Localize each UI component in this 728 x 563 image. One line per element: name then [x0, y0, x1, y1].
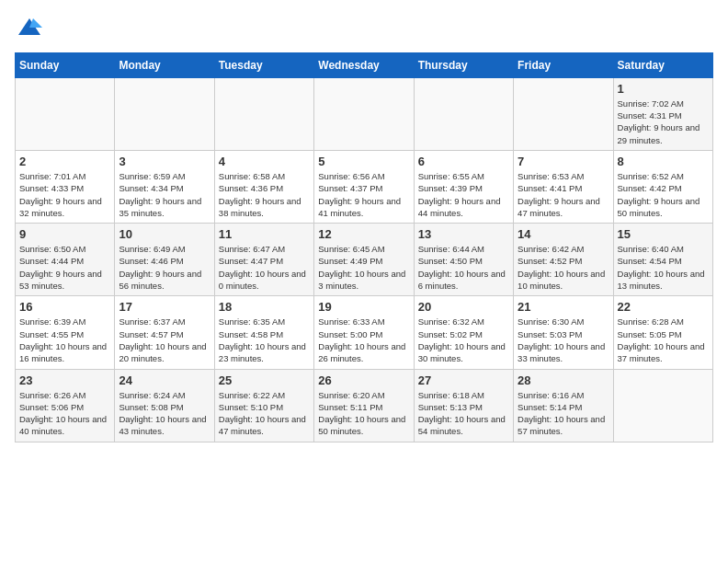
day-number: 25 [219, 373, 310, 387]
day-info: Sunrise: 6:18 AM Sunset: 5:13 PM Dayligh… [418, 389, 509, 438]
calendar-cell: 16Sunrise: 6:39 AM Sunset: 4:55 PM Dayli… [16, 296, 115, 369]
calendar-cell: 20Sunrise: 6:32 AM Sunset: 5:02 PM Dayli… [414, 296, 513, 369]
day-number: 22 [618, 300, 709, 314]
calendar-cell: 9Sunrise: 6:50 AM Sunset: 4:44 PM Daylig… [16, 224, 115, 296]
calendar-header-row: SundayMondayTuesdayWednesdayThursdayFrid… [16, 52, 713, 77]
day-number: 27 [418, 373, 509, 387]
day-info: Sunrise: 6:58 AM Sunset: 4:36 PM Dayligh… [219, 170, 310, 219]
day-info: Sunrise: 6:26 AM Sunset: 5:06 PM Dayligh… [19, 389, 110, 438]
column-header-saturday: Saturday [613, 52, 712, 77]
column-header-friday: Friday [514, 52, 613, 77]
day-info: Sunrise: 6:44 AM Sunset: 4:50 PM Dayligh… [418, 243, 509, 292]
calendar-cell [214, 77, 313, 150]
day-info: Sunrise: 6:45 AM Sunset: 4:49 PM Dayligh… [318, 243, 409, 292]
day-number: 9 [19, 227, 110, 241]
day-info: Sunrise: 6:30 AM Sunset: 5:03 PM Dayligh… [518, 316, 609, 364]
day-info: Sunrise: 7:01 AM Sunset: 4:33 PM Dayligh… [19, 170, 110, 219]
calendar-cell: 17Sunrise: 6:37 AM Sunset: 4:57 PM Dayli… [115, 296, 214, 369]
calendar-cell: 21Sunrise: 6:30 AM Sunset: 5:03 PM Dayli… [514, 296, 613, 369]
day-info: Sunrise: 6:47 AM Sunset: 4:47 PM Dayligh… [219, 243, 310, 292]
calendar-cell: 23Sunrise: 6:26 AM Sunset: 5:06 PM Dayli… [16, 369, 115, 442]
calendar-week-1: 1Sunrise: 7:02 AM Sunset: 4:31 PM Daylig… [16, 77, 713, 150]
day-info: Sunrise: 6:33 AM Sunset: 5:00 PM Dayligh… [318, 316, 409, 364]
calendar-cell [613, 369, 712, 442]
calendar-cell: 28Sunrise: 6:16 AM Sunset: 5:14 PM Dayli… [514, 369, 613, 442]
calendar-week-3: 9Sunrise: 6:50 AM Sunset: 4:44 PM Daylig… [16, 224, 713, 296]
calendar-cell: 26Sunrise: 6:20 AM Sunset: 5:11 PM Dayli… [314, 369, 414, 442]
day-number: 12 [318, 227, 409, 241]
day-number: 10 [119, 227, 210, 241]
day-number: 8 [618, 155, 709, 168]
day-info: Sunrise: 6:39 AM Sunset: 4:55 PM Dayligh… [19, 316, 110, 364]
day-number: 11 [219, 227, 310, 241]
calendar-cell: 10Sunrise: 6:49 AM Sunset: 4:46 PM Dayli… [115, 224, 214, 296]
day-number: 24 [119, 373, 210, 387]
day-number: 16 [19, 300, 110, 314]
calendar-cell: 22Sunrise: 6:28 AM Sunset: 5:05 PM Dayli… [613, 296, 712, 369]
day-number: 2 [19, 155, 110, 168]
logo-icon [17, 15, 42, 40]
day-number: 18 [219, 300, 310, 314]
calendar-cell [115, 77, 214, 150]
day-info: Sunrise: 6:35 AM Sunset: 4:58 PM Dayligh… [219, 316, 310, 364]
column-header-tuesday: Tuesday [214, 52, 313, 77]
day-info: Sunrise: 6:16 AM Sunset: 5:14 PM Dayligh… [518, 389, 609, 438]
calendar-cell [314, 77, 414, 150]
calendar-cell: 7Sunrise: 6:53 AM Sunset: 4:41 PM Daylig… [514, 150, 613, 223]
day-number: 6 [418, 155, 509, 168]
day-info: Sunrise: 6:49 AM Sunset: 4:46 PM Dayligh… [119, 243, 210, 292]
calendar-cell: 18Sunrise: 6:35 AM Sunset: 4:58 PM Dayli… [214, 296, 313, 369]
calendar-cell: 13Sunrise: 6:44 AM Sunset: 4:50 PM Dayli… [414, 224, 513, 296]
day-info: Sunrise: 6:28 AM Sunset: 5:05 PM Dayligh… [618, 316, 709, 364]
calendar-cell [16, 77, 115, 150]
day-info: Sunrise: 7:02 AM Sunset: 4:31 PM Dayligh… [618, 98, 709, 146]
day-info: Sunrise: 6:52 AM Sunset: 4:42 PM Dayligh… [618, 170, 709, 219]
day-info: Sunrise: 6:37 AM Sunset: 4:57 PM Dayligh… [119, 316, 210, 364]
calendar-cell: 25Sunrise: 6:22 AM Sunset: 5:10 PM Dayli… [214, 369, 313, 442]
calendar-cell: 12Sunrise: 6:45 AM Sunset: 4:49 PM Dayli… [314, 224, 414, 296]
day-info: Sunrise: 6:24 AM Sunset: 5:08 PM Dayligh… [119, 389, 210, 438]
calendar-cell: 1Sunrise: 7:02 AM Sunset: 4:31 PM Daylig… [613, 77, 712, 150]
day-info: Sunrise: 6:22 AM Sunset: 5:10 PM Dayligh… [219, 389, 310, 438]
column-header-thursday: Thursday [414, 52, 513, 77]
day-number: 14 [518, 227, 609, 241]
calendar-cell: 11Sunrise: 6:47 AM Sunset: 4:47 PM Dayli… [214, 224, 313, 296]
day-number: 17 [119, 300, 210, 314]
day-number: 1 [618, 82, 709, 96]
day-info: Sunrise: 6:50 AM Sunset: 4:44 PM Dayligh… [19, 243, 110, 292]
calendar-cell: 4Sunrise: 6:58 AM Sunset: 4:36 PM Daylig… [214, 150, 313, 223]
calendar-week-2: 2Sunrise: 7:01 AM Sunset: 4:33 PM Daylig… [16, 150, 713, 223]
day-info: Sunrise: 6:59 AM Sunset: 4:34 PM Dayligh… [119, 170, 210, 219]
day-number: 23 [19, 373, 110, 387]
column-header-monday: Monday [115, 52, 214, 77]
calendar-table: SundayMondayTuesdayWednesdayThursdayFrid… [15, 52, 713, 442]
day-info: Sunrise: 6:20 AM Sunset: 5:11 PM Dayligh… [318, 389, 409, 438]
day-info: Sunrise: 6:40 AM Sunset: 4:54 PM Dayligh… [618, 243, 709, 292]
day-number: 20 [418, 300, 509, 314]
calendar-cell [414, 77, 513, 150]
day-number: 21 [518, 300, 609, 314]
day-number: 26 [318, 373, 409, 387]
calendar-cell: 5Sunrise: 6:56 AM Sunset: 4:37 PM Daylig… [314, 150, 414, 223]
day-info: Sunrise: 6:42 AM Sunset: 4:52 PM Dayligh… [518, 243, 609, 292]
calendar-cell: 27Sunrise: 6:18 AM Sunset: 5:13 PM Dayli… [414, 369, 513, 442]
calendar-week-4: 16Sunrise: 6:39 AM Sunset: 4:55 PM Dayli… [16, 296, 713, 369]
calendar-cell: 19Sunrise: 6:33 AM Sunset: 5:00 PM Dayli… [314, 296, 414, 369]
day-number: 7 [518, 155, 609, 168]
day-info: Sunrise: 6:55 AM Sunset: 4:39 PM Dayligh… [418, 170, 509, 219]
day-number: 13 [418, 227, 509, 241]
calendar-cell: 6Sunrise: 6:55 AM Sunset: 4:39 PM Daylig… [414, 150, 513, 223]
calendar-cell: 8Sunrise: 6:52 AM Sunset: 4:42 PM Daylig… [613, 150, 712, 223]
calendar-cell: 24Sunrise: 6:24 AM Sunset: 5:08 PM Dayli… [115, 369, 214, 442]
column-header-sunday: Sunday [16, 52, 115, 77]
calendar-cell: 15Sunrise: 6:40 AM Sunset: 4:54 PM Dayli… [613, 224, 712, 296]
day-number: 19 [318, 300, 409, 314]
day-number: 28 [518, 373, 609, 387]
day-number: 5 [318, 155, 409, 168]
logo [15, 15, 42, 45]
column-header-wednesday: Wednesday [314, 52, 414, 77]
calendar-cell [514, 77, 613, 150]
day-number: 15 [618, 227, 709, 241]
calendar-cell: 14Sunrise: 6:42 AM Sunset: 4:52 PM Dayli… [514, 224, 613, 296]
calendar-week-5: 23Sunrise: 6:26 AM Sunset: 5:06 PM Dayli… [16, 369, 713, 442]
